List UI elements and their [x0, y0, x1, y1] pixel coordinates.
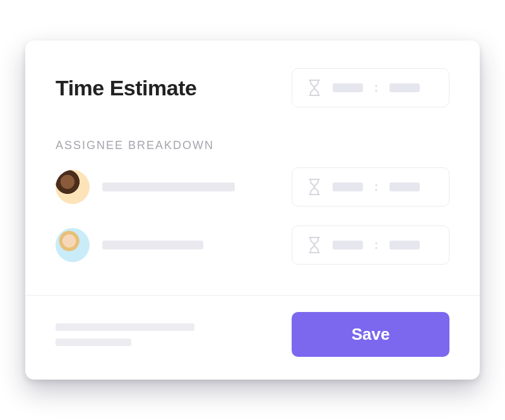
assignee-list: : :	[56, 167, 449, 265]
hourglass-icon	[307, 79, 321, 97]
assignee-row: :	[56, 225, 449, 265]
assignee-left	[56, 170, 235, 204]
time-separator: :	[374, 181, 378, 194]
title: Time Estimate	[56, 76, 196, 100]
avatar	[56, 170, 90, 204]
footer-text-block	[56, 323, 194, 346]
assignee-time-input[interactable]: :	[292, 225, 449, 265]
minutes-field[interactable]	[389, 183, 420, 191]
hours-field[interactable]	[333, 241, 363, 249]
assignee-name	[102, 241, 203, 249]
assignee-time-input[interactable]: :	[292, 167, 449, 207]
save-button[interactable]: Save	[292, 312, 449, 357]
avatar	[56, 228, 90, 262]
assignee-name	[102, 183, 235, 191]
assignee-row: :	[56, 167, 449, 207]
header-row: Time Estimate :	[56, 68, 449, 107]
footer-line-2	[56, 339, 131, 346]
minutes-field[interactable]	[389, 83, 420, 92]
minutes-field[interactable]	[389, 241, 420, 249]
section-label: ASSIGNEE BREAKDOWN	[56, 139, 449, 152]
footer-line-1	[56, 323, 194, 331]
time-estimate-card: Time Estimate : ASSIGNEE BREAKDOWN	[25, 40, 480, 380]
hourglass-icon	[307, 236, 321, 254]
assignee-left	[56, 228, 203, 262]
hourglass-icon	[307, 178, 321, 196]
card-body: Time Estimate : ASSIGNEE BREAKDOWN	[25, 40, 480, 295]
time-separator: :	[374, 239, 378, 252]
hours-field[interactable]	[333, 83, 363, 92]
total-time-input[interactable]: :	[292, 68, 449, 107]
hours-field[interactable]	[333, 183, 363, 191]
card-footer: Save	[25, 295, 480, 380]
time-separator: :	[374, 81, 378, 95]
